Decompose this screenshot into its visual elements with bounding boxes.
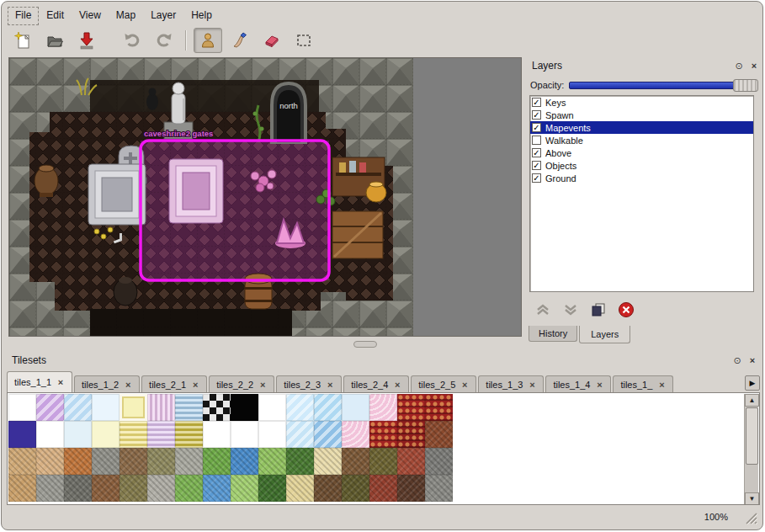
new-file-button[interactable] bbox=[8, 28, 37, 53]
layer-visibility-checkbox[interactable] bbox=[532, 98, 541, 107]
tileset-tile[interactable] bbox=[286, 421, 314, 448]
open-file-button[interactable] bbox=[40, 28, 69, 53]
tileset-tile[interactable] bbox=[8, 394, 36, 421]
tileset-tile[interactable] bbox=[120, 394, 147, 421]
tileset-tile[interactable] bbox=[231, 475, 258, 502]
tileset-tile[interactable] bbox=[175, 394, 203, 421]
tileset-tile[interactable] bbox=[120, 448, 147, 475]
scroll-up-button[interactable] bbox=[745, 394, 759, 407]
tileset-tile[interactable] bbox=[36, 394, 64, 421]
layer-visibility-checkbox[interactable] bbox=[532, 148, 541, 157]
tileset-tile[interactable] bbox=[425, 421, 453, 448]
layer-row-ground[interactable]: Ground bbox=[530, 172, 753, 184]
tileset-tile[interactable] bbox=[231, 421, 258, 448]
menu-map[interactable]: Map bbox=[109, 8, 142, 24]
tileset-tab-tiles_2_3[interactable]: tiles_2_3 bbox=[276, 375, 342, 392]
tileset-tile[interactable] bbox=[203, 448, 231, 475]
tileset-tile[interactable] bbox=[258, 394, 286, 421]
tileset-tile[interactable] bbox=[8, 421, 36, 448]
scroll-down-button[interactable] bbox=[745, 492, 759, 505]
tileset-tab-tiles_2_4[interactable]: tiles_2_4 bbox=[343, 375, 409, 392]
tileset-tile[interactable] bbox=[397, 394, 425, 421]
tileset-tile[interactable] bbox=[369, 448, 397, 475]
tileset-tile[interactable] bbox=[175, 475, 203, 502]
menu-layer[interactable]: Layer bbox=[144, 8, 183, 24]
tileset-tile[interactable] bbox=[258, 421, 286, 448]
tab-close-icon[interactable] bbox=[191, 380, 199, 389]
tileset-tile[interactable] bbox=[36, 421, 64, 448]
tileset-tile[interactable] bbox=[203, 394, 231, 421]
tileset-tile[interactable] bbox=[342, 421, 369, 448]
tileset-tile[interactable] bbox=[92, 394, 120, 421]
tileset-tile[interactable] bbox=[64, 394, 92, 421]
tab-close-icon[interactable] bbox=[124, 380, 132, 389]
redo-button[interactable] bbox=[150, 28, 178, 53]
tileset-tile[interactable] bbox=[203, 421, 231, 448]
tileset-tab-tiles_1_1[interactable]: tiles_1_1 bbox=[7, 371, 72, 392]
tileset-tile[interactable] bbox=[120, 475, 147, 502]
tileset-tile[interactable] bbox=[203, 475, 231, 502]
menu-edit[interactable]: Edit bbox=[40, 8, 71, 24]
tileset-tile[interactable] bbox=[369, 394, 397, 421]
tileset-tile[interactable] bbox=[92, 421, 120, 448]
tileset-tile[interactable] bbox=[425, 448, 453, 475]
panel-tab-history[interactable]: History bbox=[529, 326, 577, 342]
tab-close-icon[interactable] bbox=[595, 380, 603, 389]
tileset-tile[interactable] bbox=[314, 475, 342, 502]
tileset-tile[interactable] bbox=[314, 394, 342, 421]
tileset-tile[interactable] bbox=[286, 448, 314, 475]
resize-grip[interactable] bbox=[743, 510, 758, 525]
layer-row-objects[interactable]: Objects bbox=[530, 159, 753, 172]
layer-visibility-checkbox[interactable] bbox=[532, 161, 541, 170]
layer-delete-button[interactable] bbox=[617, 301, 635, 318]
layer-visibility-checkbox[interactable] bbox=[532, 136, 541, 145]
tileset-tile[interactable] bbox=[120, 421, 147, 448]
detach-panel-icon[interactable] bbox=[733, 60, 745, 72]
tab-scroll-right-button[interactable] bbox=[745, 375, 760, 391]
tileset-tile[interactable] bbox=[314, 448, 342, 475]
layer-visibility-checkbox[interactable] bbox=[532, 173, 541, 183]
tileset-tile[interactable] bbox=[147, 394, 175, 421]
tileset-tab-tiles_1_4[interactable]: tiles_1_4 bbox=[545, 375, 611, 392]
tileset-tile[interactable] bbox=[147, 448, 175, 475]
tileset-tile[interactable] bbox=[231, 448, 258, 475]
tileset-tile[interactable] bbox=[342, 448, 369, 475]
tileset-tile[interactable] bbox=[286, 394, 314, 421]
tileset-tab-tiles_2_1[interactable]: tiles_2_1 bbox=[141, 375, 207, 392]
menu-help[interactable]: Help bbox=[184, 8, 219, 24]
menu-file[interactable]: File bbox=[8, 8, 38, 24]
tileset-tile[interactable] bbox=[231, 394, 258, 421]
tileset-tile[interactable] bbox=[314, 421, 342, 448]
tileset-tile[interactable] bbox=[425, 475, 453, 502]
tileset-tile[interactable] bbox=[175, 448, 203, 475]
opacity-slider[interactable] bbox=[569, 79, 758, 92]
tileset-tile[interactable] bbox=[64, 421, 92, 448]
splitter-grip[interactable] bbox=[353, 341, 377, 348]
tileset-tile[interactable] bbox=[369, 421, 397, 448]
layer-visibility-checkbox[interactable] bbox=[532, 110, 541, 120]
save-button[interactable] bbox=[72, 28, 101, 53]
tab-close-icon[interactable] bbox=[393, 380, 401, 389]
ink-tool-button[interactable] bbox=[226, 28, 254, 53]
layer-row-walkable[interactable]: Walkable bbox=[530, 134, 753, 146]
tileset-tile[interactable] bbox=[397, 448, 425, 475]
detach-panel-icon[interactable] bbox=[731, 354, 743, 366]
tileset-tile[interactable] bbox=[64, 448, 92, 475]
layer-row-keys[interactable]: Keys bbox=[530, 96, 753, 109]
undo-button[interactable] bbox=[118, 28, 146, 53]
tileset-tab-tiles_1_2[interactable]: tiles_1_2 bbox=[74, 375, 140, 392]
tileset-tile[interactable] bbox=[397, 475, 425, 502]
tileset-tile[interactable] bbox=[342, 394, 369, 421]
eraser-tool-button[interactable] bbox=[258, 28, 286, 53]
close-panel-icon[interactable] bbox=[748, 60, 760, 72]
tileset-tile[interactable] bbox=[92, 448, 120, 475]
stamp-tool-button[interactable] bbox=[194, 28, 222, 53]
scrollbar-thumb[interactable] bbox=[746, 407, 758, 465]
layer-row-above[interactable]: Above bbox=[530, 146, 753, 159]
opacity-slider-handle[interactable] bbox=[733, 79, 758, 92]
layer-row-spawn[interactable]: Spawn bbox=[530, 109, 753, 121]
tileset-vertical-scrollbar[interactable] bbox=[744, 394, 758, 505]
tileset-tab-tiles_1_[interactable]: tiles_1_ bbox=[613, 375, 673, 392]
layer-visibility-checkbox[interactable] bbox=[532, 123, 541, 132]
panel-tab-layers[interactable]: Layers bbox=[579, 326, 630, 343]
